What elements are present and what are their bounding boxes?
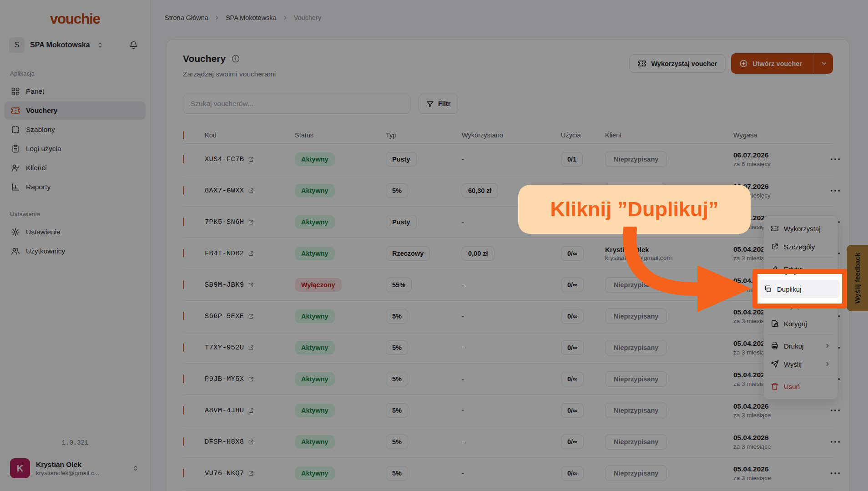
tutorial-highlight-box[interactable]: Edytuj Duplikuj Wyłącz	[752, 269, 847, 309]
menu-item-edytuj[interactable]: Edytuj	[760, 269, 840, 280]
menu-item-duplikuj[interactable]: Duplikuj	[760, 280, 840, 298]
copy-icon	[764, 285, 772, 293]
power-icon	[764, 303, 772, 309]
tutorial-arrow-icon	[591, 227, 760, 331]
pen-icon	[764, 269, 772, 275]
menu-item-wylacz[interactable]: Wyłącz	[760, 298, 840, 309]
tutorial-callout-text: Kliknij ”Duplikuj”	[550, 197, 718, 221]
